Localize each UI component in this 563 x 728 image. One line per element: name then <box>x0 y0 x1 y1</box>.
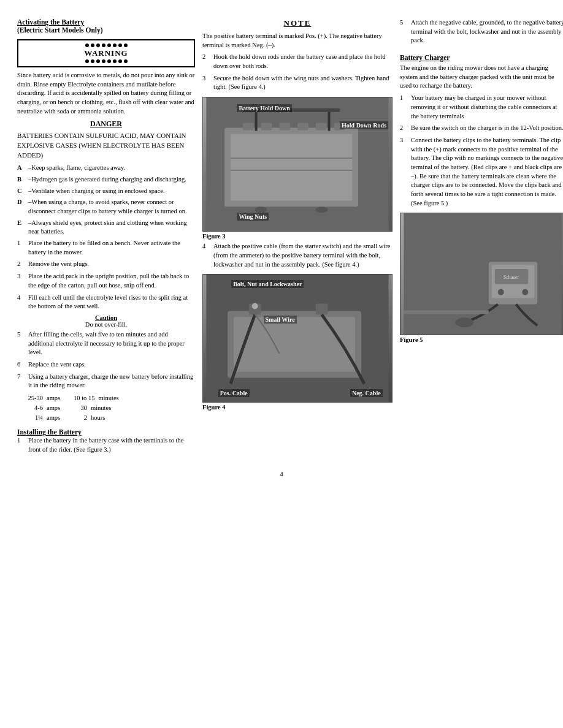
mid-step-2-text: Hook the hold down rods under the batter… <box>213 53 393 70</box>
page: Activating the Battery (Electric Start M… <box>0 0 563 728</box>
installing-title: Installing the Battery <box>17 428 195 436</box>
svg-rect-22 <box>404 213 561 335</box>
step-4-text: Fill each cell until the electrolyte lev… <box>28 294 195 311</box>
charger-step-3-num: 3 <box>400 136 408 208</box>
step-6-num: 6 <box>17 360 26 370</box>
svg-rect-7 <box>316 123 327 131</box>
caution-title: Caution <box>17 314 195 321</box>
step-7: 7 Using a battery charger, charge the ne… <box>17 373 195 390</box>
list-label-e: E <box>17 219 26 237</box>
middle-column: NOTE The positive battery terminal is ma… <box>202 18 393 458</box>
fig4-label-neg-cable: Neg. Cable <box>350 389 383 397</box>
list-label-c: C <box>17 187 26 196</box>
danger-title: DANGER <box>17 119 195 129</box>
list-item-a: A –Keep sparks, flame, cigarettes away. <box>17 164 195 173</box>
mid-step-4-num: 4 <box>202 242 211 269</box>
fig3-label-rods: Hold Down Rods <box>340 121 388 129</box>
step-1: 1 Place the battery to be filled on a be… <box>17 239 195 257</box>
installing-step-1-text: Place the battery in the battery case wi… <box>28 436 195 454</box>
charger-step-2-text: Be sure the switch on the charger is in … <box>411 124 563 133</box>
caution-text: Do not over-fill. <box>17 321 195 328</box>
warning-box: WARNING <box>17 39 195 67</box>
step-4-num: 4 <box>17 294 26 311</box>
installing-step-1: 1 Place the battery in the battery case … <box>17 436 195 454</box>
svg-text:Schauer: Schauer <box>504 275 519 280</box>
svg-rect-2 <box>231 134 352 201</box>
list-item-d: D –When using a charge, to avoid sparks,… <box>17 198 195 216</box>
list-label-d: D <box>17 198 26 216</box>
danger-text: BATTERIES CONTAIN SULFURIC ACID, MAY CON… <box>17 131 195 161</box>
svg-rect-12 <box>328 110 331 131</box>
fig4-label-pos-cable: Pos. Cable <box>218 389 250 397</box>
charger-step-3: 3 Connect the battery clips to the batte… <box>400 136 563 208</box>
section-title-line2: (Electric Start Models Only) <box>17 26 195 34</box>
figure5-container: Schauer Figure 5 <box>400 213 563 343</box>
step-2-text: Remove the vent plugs. <box>28 260 89 269</box>
charge-amps-1: 25-30 <box>20 393 43 403</box>
list-text-d: –When using a charge, to avoid sparks, n… <box>28 198 195 216</box>
figure4-container: Bolt, Nut and Lockwasher Small Wire Pos.… <box>202 274 393 411</box>
battery-charger-text: The engine on the riding mower does not … <box>400 64 563 91</box>
charge-time-3: 2 <box>74 413 87 423</box>
list-text-a: –Keep sparks, flame, cigarettes away. <box>28 164 125 173</box>
note-text: The positive battery terminal is marked … <box>202 32 393 50</box>
svg-rect-30 <box>404 311 489 314</box>
right-step-5-text: Attach the negative cable, grounded, to … <box>411 18 563 45</box>
charger-step-2-num: 2 <box>400 124 408 133</box>
list-text-b: –Hydrogen gas is generated during chargi… <box>28 175 186 184</box>
list-label-b: B <box>17 175 26 184</box>
mid-step-4: 4 Attach the positive cable (from the st… <box>202 242 393 269</box>
step-3-num: 3 <box>17 272 26 290</box>
note-title: NOTE <box>202 18 393 28</box>
fig4-label-small-wire: Small Wire <box>264 316 297 324</box>
mid-step-3-text: Secure the hold down with the wing nuts … <box>213 74 393 92</box>
svg-rect-3 <box>243 123 254 131</box>
svg-point-28 <box>522 289 528 295</box>
figure4-svg <box>203 275 392 402</box>
section-title-line1: Activating the Battery <box>17 18 195 26</box>
charge-unit-1: amps <box>47 393 70 403</box>
right-column: 5 Attach the negative cable, grounded, t… <box>400 18 563 458</box>
step-1-num: 1 <box>17 239 26 257</box>
charger-step-1: 1 Your battery may be charged in your mo… <box>400 94 563 121</box>
step-7-num: 7 <box>17 373 26 390</box>
warning-dots-top <box>22 44 190 47</box>
mid-step-3-num: 3 <box>202 74 211 92</box>
step-2: 2 Remove the vent plugs. <box>17 260 195 269</box>
svg-rect-4 <box>261 123 272 131</box>
list-item-c: C –Ventilate when charging or using in e… <box>17 187 195 196</box>
svg-rect-11 <box>255 110 258 131</box>
svg-point-21 <box>252 303 258 309</box>
mid-step-4-text: Attach the positive cable (from the star… <box>213 242 393 269</box>
warning-dots-bottom <box>22 59 190 63</box>
fig4-label-bolt: Bolt, Nut and Lockwasher <box>231 280 304 288</box>
list-item-b: B –Hydrogen gas is generated during char… <box>17 175 195 184</box>
charger-step-2: 2 Be sure the switch on the charger is i… <box>400 124 563 133</box>
installing-step-1-num: 1 <box>17 436 26 454</box>
step-6-text: Replace the vent caps. <box>28 360 86 370</box>
intro-text: Since battery acid is corrosive to metal… <box>17 71 195 116</box>
charge-table: 25-30 amps 10 to 15 minutes 4-6 amps 30 … <box>17 393 195 422</box>
right-step-5-num: 5 <box>400 18 408 45</box>
step-6: 6 Replace the vent caps. <box>17 360 195 370</box>
mid-step-3: 3 Secure the hold down with the wing nut… <box>202 74 393 92</box>
figure4-label: Figure 4 <box>202 404 393 411</box>
figure3-container: Battery Hold Down Hold Down Rods Wing Nu… <box>202 97 393 240</box>
step-5: 5 After filling the cells, wait five to … <box>17 330 195 357</box>
svg-rect-20 <box>316 304 328 315</box>
figure5-svg: Schauer <box>400 213 563 335</box>
step-4: 4 Fill each cell until the electrolyte l… <box>17 294 195 311</box>
charger-step-1-text: Your battery may be charged in your mowe… <box>411 94 563 121</box>
svg-point-29 <box>455 318 473 328</box>
installing-section: Installing the Battery 1 Place the batte… <box>17 428 195 454</box>
list-text-e: –Always shield eyes, protect skin and cl… <box>28 219 195 237</box>
step-7-text: Using a battery charger, charge the new … <box>28 373 195 390</box>
figure3-image: Battery Hold Down Hold Down Rods Wing Nu… <box>202 97 393 232</box>
svg-point-27 <box>498 289 504 295</box>
step-1-text: Place the battery to be filled on a benc… <box>28 239 195 257</box>
step-5-text: After filling the cells, wait five to te… <box>28 330 195 357</box>
charger-step-1-num: 1 <box>400 94 408 121</box>
charge-time-unit-2: minutes <box>91 403 128 413</box>
list-text-c: –Ventilate when charging or using in enc… <box>28 187 165 196</box>
charge-row-1: 25-30 amps 10 to 15 minutes <box>20 393 195 403</box>
